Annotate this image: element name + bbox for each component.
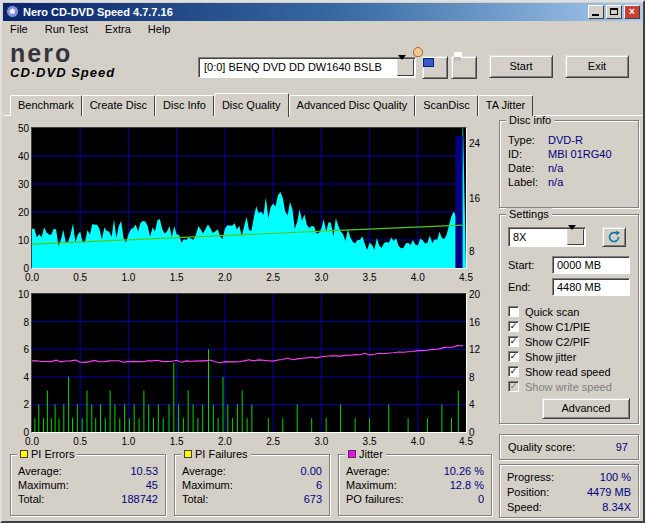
position-value: 4479 MB [587,486,631,499]
stat-value: 188742 [121,493,158,506]
checkbox-box: ✓ [508,336,519,347]
titlebar[interactable]: Nero CD-DVD Speed 4.7.7.16 × [3,3,642,21]
drive-options-button[interactable] [422,56,448,79]
jitter-swatch-icon [348,450,356,458]
disc-info-value: n/a [548,176,563,188]
disc-info-label: Label: [508,176,538,188]
checkbox-label: Show jitter [525,351,576,363]
tab-scandisc[interactable]: ScanDisc [415,95,477,116]
start-position-field[interactable]: 0000 MB [552,256,630,274]
x-axis-tick: 0.5 [67,436,93,447]
refresh-speeds-button[interactable] [602,227,626,247]
window-title: Nero CD-DVD Speed 4.7.7.16 [23,6,173,18]
scan-speed-arrow-button[interactable] [567,229,584,245]
scan-speed-select[interactable]: 8X [508,227,586,247]
drive-select[interactable]: [0:0] BENQ DVD DD DW1640 BSLB [198,57,416,78]
pi-failures-plot [32,294,466,432]
x-axis-tick: 1.5 [164,272,190,283]
checkbox-label: Show C2/PIF [525,336,590,348]
drive-select-arrow-button[interactable] [397,59,414,76]
maximize-button[interactable] [606,5,622,19]
maximize-icon [610,8,618,15]
progress-value: 100 % [600,471,631,484]
checkbox-label: Show C1/PIE [525,321,590,333]
settings-title: Settings [509,208,549,220]
checkbox-show-c1-pie[interactable]: ✓Show C1/PIE [508,320,590,333]
tab-benchmark[interactable]: Benchmark [10,95,82,116]
checkbox-label: Show read speed [525,366,611,378]
checkbox-box [508,306,519,317]
y2-axis-tick: 24 [469,138,480,149]
x-axis-tick: 3.0 [308,272,334,283]
tab-disc-quality[interactable]: Disc Quality [214,93,289,117]
chevron-down-icon [398,55,406,72]
menubar: File Run Test Extra Help [3,21,642,39]
checkbox-box: ✓ [508,381,519,392]
y-axis-tick: 10 [10,235,29,246]
menu-item-help[interactable]: Help [141,21,178,39]
stat-value: 6 [316,479,322,492]
y2-axis-tick: 16 [469,193,480,204]
y-axis-tick: 8 [10,317,29,328]
stat-label: Maximum: [182,479,233,492]
x-axis-tick: 4.0 [405,436,431,447]
tab-ta-jitter[interactable]: TA Jitter [478,95,534,116]
tab-advanced-disc-quality[interactable]: Advanced Disc Quality [289,95,416,116]
minimize-button[interactable] [588,5,604,19]
x-axis-tick: 2.5 [260,436,286,447]
menu-item-run-test[interactable]: Run Test [38,21,95,39]
disc-info-label: Type: [508,134,535,146]
save-results-button[interactable] [451,56,477,79]
stat-label: Maximum: [18,479,69,492]
stat-label: Average: [346,465,390,478]
settings-panel: Settings 8X Start: 0000 MB End: 4480 MB … [499,214,639,424]
close-button[interactable]: × [624,5,640,19]
panel-title: PI Errors [31,448,74,460]
checkbox-quick-scan[interactable]: Quick scan [508,305,579,318]
stat-value: 0 [478,493,484,506]
x-axis-tick: 4.0 [405,272,431,283]
checkbox-box: ✓ [508,321,519,332]
y-axis-tick: 4 [10,372,29,383]
checkbox-show-c2-pif[interactable]: ✓Show C2/PIF [508,335,590,348]
pi-failures-jitter-chart: 02468100481216200.00.51.01.52.02.53.03.5… [10,292,492,452]
exit-button[interactable]: Exit [565,55,629,78]
stat-value: 673 [304,493,322,506]
jitter-stats-panel: Jitter Average:10.26 % Maximum:12.8 % PO… [338,454,492,516]
minimize-icon [592,14,599,16]
progress-label: Progress: [507,471,554,484]
app-icon [6,5,19,18]
checkbox-show-jitter[interactable]: ✓Show jitter [508,350,576,363]
speed-value: 8.34X [602,501,631,514]
tab-create-disc[interactable]: Create Disc [82,95,155,116]
tab-disc-info[interactable]: Disc Info [155,95,214,116]
refresh-icon [607,230,621,244]
y-axis-tick: 20 [10,207,29,218]
x-axis-tick: 0.0 [19,436,45,447]
menu-item-file[interactable]: File [3,21,35,39]
x-axis-tick: 3.5 [357,272,383,283]
y-axis-tick: 30 [10,179,29,190]
checkbox-show-read-speed[interactable]: ✓Show read speed [508,365,611,378]
y2-axis-tick: 12 [469,344,480,355]
x-axis-tick: 2.0 [212,272,238,283]
stat-label: Total: [18,493,44,506]
panel-title: PI Failures [195,448,248,460]
stat-label: PO failures: [346,493,403,506]
y-axis-tick: 6 [10,344,29,355]
app-window: Nero CD-DVD Speed 4.7.7.16 × File Run Te… [0,0,645,523]
stat-value: 10.26 % [444,465,484,478]
y2-axis-tick: 8 [469,246,475,257]
end-position-field[interactable]: 4480 MB [552,278,630,296]
pi-failures-stats-panel: PI Failures Average:0.00 Maximum:6 Total… [174,454,330,516]
stat-value: 45 [146,479,158,492]
start-button[interactable]: Start [489,55,553,78]
x-axis-tick: 1.5 [164,436,190,447]
menu-item-extra[interactable]: Extra [98,21,138,39]
stat-label: Maximum: [346,479,397,492]
advanced-button[interactable]: Advanced [542,398,630,419]
disc-info-value: n/a [548,162,563,174]
x-axis-tick: 1.0 [115,272,141,283]
pi-errors-plot-area [31,127,467,269]
x-axis-tick: 4.5 [453,436,479,447]
